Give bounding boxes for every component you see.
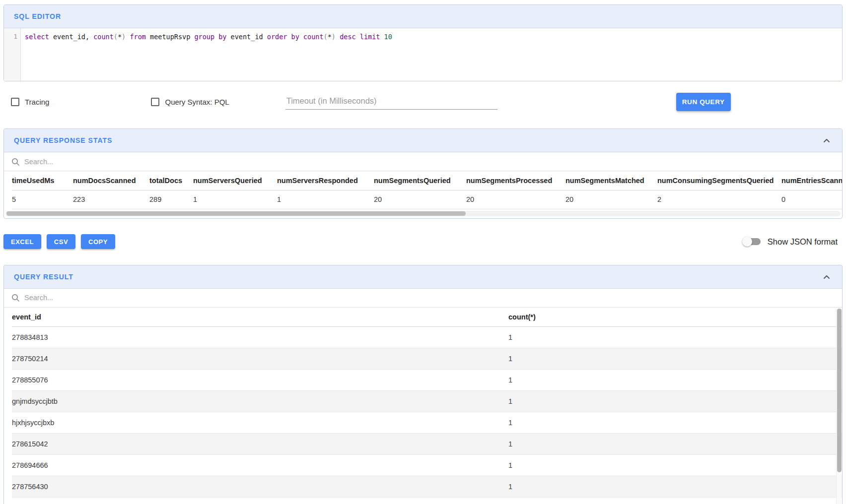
stats-cell: 20 <box>374 190 466 209</box>
stats-column-header[interactable]: totalDocs <box>149 171 193 190</box>
sql-token: limit <box>360 33 380 41</box>
stats-column-header[interactable]: numServersResponded <box>277 171 374 190</box>
stats-column-header[interactable]: timeUsedMs <box>12 171 73 190</box>
result-row: 2787502141 <box>12 348 842 370</box>
sql-token: 10 <box>384 33 392 41</box>
json-toggle-group: Show JSON format <box>744 237 843 247</box>
vertical-scrollbar-thumb[interactable] <box>837 309 842 472</box>
sql-token: order by <box>267 33 299 41</box>
pql-checkbox-group: Query Syntax: PQL <box>151 98 229 106</box>
show-json-label: Show JSON format <box>768 237 838 247</box>
sql-token: ( <box>324 33 328 41</box>
stats-cell: 5 <box>12 190 73 209</box>
sql-token: event_id <box>226 33 267 41</box>
result-cell-event-id: 278750214 <box>12 348 508 370</box>
line-number: 1 <box>13 33 17 40</box>
result-cell-event-id: 278834813 <box>12 327 508 348</box>
timeout-input[interactable] <box>285 94 497 110</box>
result-cell-event-id: 278756430 <box>12 476 508 498</box>
stats-column-header[interactable]: numSegmentsProcessed <box>466 171 565 190</box>
sql-token <box>380 33 384 41</box>
result-row: 2788348131 <box>12 327 842 348</box>
result-cell-event-id: hjxhjsyccjbxb <box>12 412 508 434</box>
export-row: EXCEL CSV COPY Show JSON format <box>3 234 843 250</box>
result-row: 2787564301 <box>12 476 842 498</box>
search-icon <box>11 157 20 166</box>
result-search-input[interactable] <box>24 294 835 302</box>
csv-button[interactable]: CSV <box>47 234 75 249</box>
result-row-partial: 278… <box>12 498 842 504</box>
collapse-chevron-up-icon[interactable] <box>821 271 832 282</box>
stats-column-header[interactable]: numSegmentsMatched <box>565 171 657 190</box>
stats-panel-header: QUERY RESPONSE STATS <box>4 129 842 152</box>
result-row: gnjmdsyccjbtb1 <box>12 391 842 412</box>
result-row: 2786150421 <box>12 434 842 455</box>
sql-token: from <box>130 33 146 41</box>
result-panel-title: QUERY RESULT <box>14 273 73 281</box>
stats-column-header[interactable]: numConsumingSegmentsQueried <box>657 171 781 190</box>
excel-button[interactable]: EXCEL <box>3 234 41 249</box>
stats-cell: 0 <box>781 190 842 209</box>
sql-token: event_id, <box>49 33 93 41</box>
result-panel-header: QUERY RESULT <box>4 265 842 289</box>
show-json-toggle[interactable] <box>744 238 761 245</box>
result-cell-event-id: 278… <box>12 498 508 504</box>
result-cell-count: 1 <box>508 434 842 455</box>
stats-column-header[interactable]: numEntriesScannedInFilter <box>781 171 842 190</box>
sql-token: * <box>118 33 122 41</box>
stats-column-header[interactable]: numDocsScanned <box>73 171 149 190</box>
run-query-button[interactable]: RUN QUERY <box>676 93 731 111</box>
sql-token: count <box>303 33 324 41</box>
vertical-scrollbar <box>836 309 842 504</box>
sql-token: ) <box>332 33 336 41</box>
sql-token: ( <box>114 33 118 41</box>
sql-editor-title: SQL EDITOR <box>14 12 61 20</box>
toggle-thumb <box>742 237 752 247</box>
result-cell-count: 1 <box>508 391 842 412</box>
query-result-panel: QUERY RESULT event_idcount(*) 2788348131… <box>3 265 843 504</box>
stats-data-row: 52232891120202020 <box>12 190 842 209</box>
result-header-row: event_idcount(*) <box>12 308 842 327</box>
result-table-wrap: event_idcount(*) 27883481312787502141278… <box>4 308 842 504</box>
result-row: hjxhjsyccjbxb1 <box>12 412 842 434</box>
result-column-header[interactable]: count(*) <box>508 308 842 327</box>
sql-token: meetupRsvp <box>146 33 195 41</box>
horizontal-scrollbar-thumb[interactable] <box>6 211 466 216</box>
result-cell-event-id: 278615042 <box>12 434 508 455</box>
result-table: event_idcount(*) 27883481312787502141278… <box>12 308 842 504</box>
stats-search-input[interactable] <box>24 158 835 166</box>
collapse-chevron-up-icon[interactable] <box>821 135 832 146</box>
pql-checkbox[interactable] <box>151 98 159 106</box>
result-cell-count: 1 <box>508 412 842 434</box>
result-cell-count: 1 <box>508 370 842 391</box>
stats-column-header[interactable]: numServersQueried <box>193 171 277 190</box>
stats-cell: 1 <box>277 190 374 209</box>
stats-panel-title: QUERY RESPONSE STATS <box>14 136 112 144</box>
result-row: 2788550761 <box>12 370 842 391</box>
query-response-stats-panel: QUERY RESPONSE STATS timeUsedMsnumDocsSc… <box>3 128 843 219</box>
sql-code-editor[interactable]: 1 select event_id, count(*) from meetupR… <box>4 28 842 81</box>
sql-code-line[interactable]: select event_id, count(*) from meetupRsv… <box>21 28 842 81</box>
stats-table: timeUsedMsnumDocsScannedtotalDocsnumServ… <box>12 171 842 209</box>
sql-token <box>356 33 360 41</box>
horizontal-scrollbar <box>5 211 841 216</box>
query-controls-row: Tracing Query Syntax: PQL RUN QUERY <box>3 92 843 111</box>
result-cell-event-id: 278694666 <box>12 455 508 476</box>
stats-cell: 20 <box>565 190 657 209</box>
stats-cell: 289 <box>149 190 193 209</box>
result-column-header[interactable]: event_id <box>12 308 508 327</box>
stats-column-header[interactable]: numSegmentsQueried <box>374 171 466 190</box>
stats-header-row: timeUsedMsnumDocsScannedtotalDocsnumServ… <box>12 171 842 190</box>
sql-token <box>299 33 303 41</box>
sql-token: count <box>93 33 114 41</box>
sql-editor-header: SQL EDITOR <box>4 5 842 28</box>
result-cell-count <box>508 498 842 504</box>
result-cell-count: 1 <box>508 455 842 476</box>
result-search-row <box>4 289 842 308</box>
tracing-checkbox[interactable] <box>11 98 19 106</box>
stats-cell: 1 <box>193 190 277 209</box>
search-icon <box>11 293 20 302</box>
result-cell-count: 1 <box>508 327 842 348</box>
copy-button[interactable]: COPY <box>81 234 115 249</box>
pql-label: Query Syntax: PQL <box>165 98 229 106</box>
